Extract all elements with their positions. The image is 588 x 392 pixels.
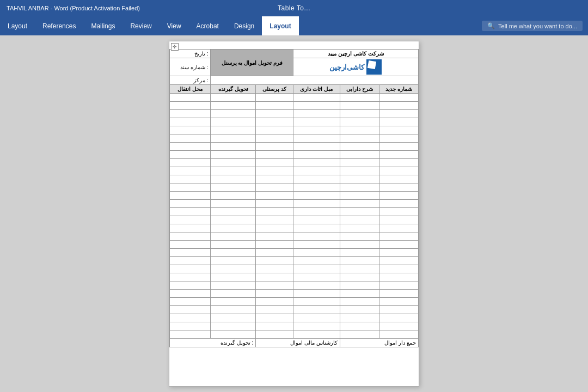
doc-number-label: : شماره سند: [180, 64, 208, 70]
form-title: فرم تحویل اموال به پرسنل: [222, 60, 283, 66]
logo-text: کاشی‌ارچین: [329, 63, 364, 71]
table-row: [170, 290, 419, 298]
logo-icon: [366, 59, 382, 75]
form-title-cell: فرم تحویل اموال به پرسنل: [211, 50, 293, 76]
tab-layout-active[interactable]: Layout: [262, 16, 298, 35]
table-row: [170, 281, 419, 290]
table-row: [170, 216, 419, 224]
title-bar: TAHVIL ANBAR - Word (Product Activation …: [0, 0, 588, 16]
table-row: [170, 175, 419, 183]
table-row: [170, 265, 419, 273]
app-title: TAHVIL ANBAR - Word (Product Activation …: [7, 5, 140, 11]
table-row: [170, 208, 419, 216]
table-row: [170, 151, 419, 159]
footer-col3: : تحویل گیرنده: [170, 339, 256, 347]
logo-cell: کاشی‌ارچین: [293, 58, 418, 76]
table-row: [170, 322, 419, 330]
table-row: [170, 94, 419, 102]
table-row: [170, 249, 419, 257]
resize-handle[interactable]: [171, 43, 179, 51]
col-header-0: شماره جدید: [379, 85, 418, 94]
table-row: [170, 110, 419, 118]
footer-label-2: کارشناس مالی اموال: [290, 340, 338, 346]
table-row: [170, 192, 419, 200]
tabs-area: Layout References Mailings Review View A…: [0, 16, 299, 35]
table-row: [170, 224, 419, 232]
table-row: [170, 134, 419, 143]
table-row: [170, 143, 419, 151]
tab-mailings[interactable]: Mailings: [83, 16, 122, 35]
search-placeholder: Tell me what you want to do...: [498, 23, 577, 29]
col-header-1: شرح دارایی: [340, 85, 379, 94]
search-icon: 🔍: [487, 22, 495, 29]
header-row-3: : مرکز: [170, 76, 419, 85]
center-label: : مرکز: [193, 77, 209, 83]
col-header-2: مبل اثاث داری: [293, 85, 340, 94]
header-row-2: کاشی‌ارچین : شماره سند: [170, 58, 419, 76]
table-row: [170, 102, 419, 110]
table-to-label: Table To...: [278, 4, 310, 12]
table-row: [170, 183, 419, 192]
table-row: [170, 118, 419, 126]
table-row: [170, 241, 419, 249]
tab-references[interactable]: References: [35, 16, 83, 35]
ribbon: Layout References Mailings Review View A…: [0, 16, 588, 35]
empty-cell: [211, 76, 419, 85]
tab-acrobat[interactable]: Acrobat: [189, 16, 226, 35]
col-header-4: تحویل گیرنده: [211, 85, 256, 94]
table-row: [170, 306, 419, 314]
table-row: [170, 126, 419, 134]
doc-number-cell: : شماره سند: [170, 58, 211, 76]
footer-row: جمع دار اموال کارشناس مالی اموال : تحویل…: [170, 339, 419, 347]
table-row: [170, 257, 419, 265]
company-name-cell: شرکت کاشی ارچین میبد: [293, 50, 418, 58]
content-area: شرکت کاشی ارچین میبد فرم تحویل اموال به …: [0, 35, 588, 392]
tab-view[interactable]: View: [160, 16, 189, 35]
table-row: [170, 273, 419, 281]
table-row: [170, 298, 419, 306]
tab-review[interactable]: Review: [122, 16, 159, 35]
table-row: [170, 167, 419, 175]
tab-design[interactable]: Design: [226, 16, 262, 35]
search-box[interactable]: 🔍 Tell me what you want to do...: [482, 21, 583, 31]
date-label: : تاریخ: [194, 51, 209, 57]
document: شرکت کاشی ارچین میبد فرم تحویل اموال به …: [169, 41, 419, 387]
form-table: شرکت کاشی ارچین میبد فرم تحویل اموال به …: [169, 49, 419, 347]
table-row: [170, 330, 419, 339]
logo-container: کاشی‌ارچین: [296, 59, 416, 75]
footer-label-3: : تحویل گیرنده: [220, 340, 253, 346]
tab-layout[interactable]: Layout: [0, 16, 35, 35]
center-label-cell: : مرکز: [170, 76, 211, 85]
table-row: [170, 232, 419, 241]
table-row: [170, 159, 419, 167]
footer-label-1: جمع دار اموال: [384, 340, 416, 346]
col-header-5: محل انتقال: [170, 85, 211, 94]
col-header-3: کد پرسنلی: [256, 85, 293, 94]
table-row: [170, 200, 419, 208]
column-header-row: شماره جدید شرح دارایی مبل اثاث داری کد پ…: [170, 85, 419, 94]
header-row-1: شرکت کاشی ارچین میبد فرم تحویل اموال به …: [170, 50, 419, 58]
table-row: [170, 314, 419, 322]
company-name: شرکت کاشی ارچین میبد: [328, 51, 383, 57]
footer-col1: جمع دار اموال: [340, 339, 418, 347]
footer-col2: کارشناس مالی اموال: [256, 339, 340, 347]
